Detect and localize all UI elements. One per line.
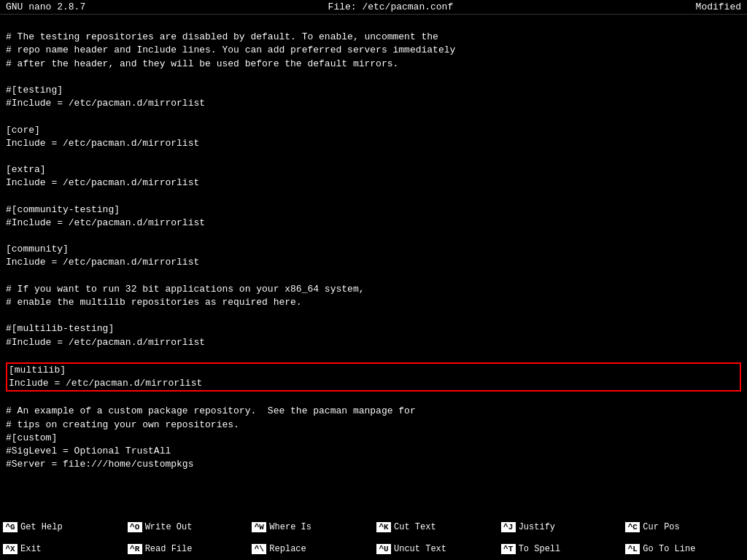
editor-line: [extra] [6, 163, 741, 176]
editor-line [6, 71, 741, 84]
editor-line: [multilib] [6, 362, 741, 377]
editor-line [6, 190, 741, 203]
footer-item[interactable]: ^RRead File [125, 538, 249, 560]
editor-line: #SigLevel = Optional TrustAll [6, 445, 741, 458]
footer-item[interactable]: ^\Replace [249, 538, 374, 560]
editor-line [6, 110, 741, 123]
footer-bar: ^GGet Help^OWrite Out^WWhere Is^KCut Tex… [0, 516, 747, 560]
app-name: GNU nano 2.8.7 [6, 1, 85, 12]
footer-item[interactable]: ^WWhere Is [249, 516, 374, 538]
footer-label: Write Out [145, 522, 193, 532]
footer-label: Go To Line [643, 544, 695, 554]
footer-key: ^L [625, 544, 640, 554]
footer-label: To Spell [519, 544, 561, 554]
editor-line: # after the header, and they will be use… [6, 58, 741, 71]
editor-line: #Server = file:///home/custompkgs [6, 458, 741, 471]
footer-key: ^J [501, 522, 516, 532]
editor-line: #[testing] [6, 84, 741, 97]
footer-item[interactable]: ^TTo Spell [498, 538, 623, 560]
footer-item[interactable]: ^KCut Text [374, 516, 498, 538]
editor-line [6, 150, 741, 163]
footer-label: Justify [519, 522, 555, 532]
editor-line: [core] [6, 124, 741, 137]
footer-label: Exit [20, 544, 42, 554]
footer-key: ^O [128, 522, 142, 532]
footer-label: Cut Text [394, 522, 436, 532]
editor-line [6, 18, 741, 31]
editor-line: # repo name header and Include lines. Yo… [6, 44, 741, 57]
editor-line: # enable the multilib repositories as re… [6, 296, 741, 309]
editor-area[interactable]: # The testing repositories are disabled … [0, 15, 747, 516]
modified-status: Modified [696, 1, 741, 12]
editor-line: #Include = /etc/pacman.d/mirrorlist [6, 97, 741, 110]
editor-line: #[community-testing] [6, 203, 741, 217]
editor-line: #[multilib-testing] [6, 322, 741, 335]
footer-key: ^U [376, 544, 391, 554]
footer-item[interactable]: ^OWrite Out [125, 516, 249, 538]
footer-label: Read File [145, 544, 193, 554]
footer-key: ^X [3, 544, 18, 554]
footer-label: Where Is [269, 522, 311, 532]
footer-item[interactable]: ^GGet Help [0, 516, 125, 538]
footer-item[interactable]: ^UUncut Text [374, 538, 498, 560]
footer-key: ^K [376, 522, 391, 532]
footer-item[interactable]: ^XExit [0, 538, 125, 560]
editor-line: Include = /etc/pacman.d/mirrorlist [6, 137, 741, 150]
editor-line: # An example of a custom package reposit… [6, 405, 741, 418]
editor-line: # The testing repositories are disabled … [6, 31, 741, 44]
editor-line [6, 392, 741, 405]
footer-label: Uncut Text [394, 544, 446, 554]
editor-line: # tips on creating your own repositories… [6, 419, 741, 432]
editor-line [6, 270, 741, 283]
file-name: File: /etc/pacman.conf [328, 1, 454, 12]
editor-line: #Include = /etc/pacman.d/mirrorlist [6, 217, 741, 230]
editor-line: #Include = /etc/pacman.d/mirrorlist [6, 336, 741, 349]
editor-line: Include = /etc/pacman.d/mirrorlist [6, 377, 741, 392]
editor-line [6, 230, 741, 243]
footer-key: ^G [3, 522, 18, 532]
editor-line: # If you want to run 32 bit applications… [6, 283, 741, 296]
editor-line: [community] [6, 243, 741, 256]
editor-line: Include = /etc/pacman.d/mirrorlist [6, 176, 741, 190]
editor-line [6, 349, 741, 362]
footer-item[interactable]: ^CCur Pos [622, 516, 747, 538]
footer-key: ^T [501, 544, 516, 554]
editor-line [6, 309, 741, 322]
footer-key: ^\ [252, 544, 266, 554]
footer-key: ^R [128, 544, 142, 554]
footer-key: ^C [625, 522, 640, 532]
footer-label: Get Help [20, 522, 63, 532]
editor-line: Include = /etc/pacman.d/mirrorlist [6, 256, 741, 269]
footer-label: Replace [269, 544, 306, 554]
footer-key: ^W [252, 522, 266, 532]
editor-line: #[custom] [6, 432, 741, 445]
footer-item[interactable]: ^JJustify [498, 516, 623, 538]
footer-item[interactable]: ^LGo To Line [622, 538, 747, 560]
footer-label: Cur Pos [643, 522, 679, 532]
